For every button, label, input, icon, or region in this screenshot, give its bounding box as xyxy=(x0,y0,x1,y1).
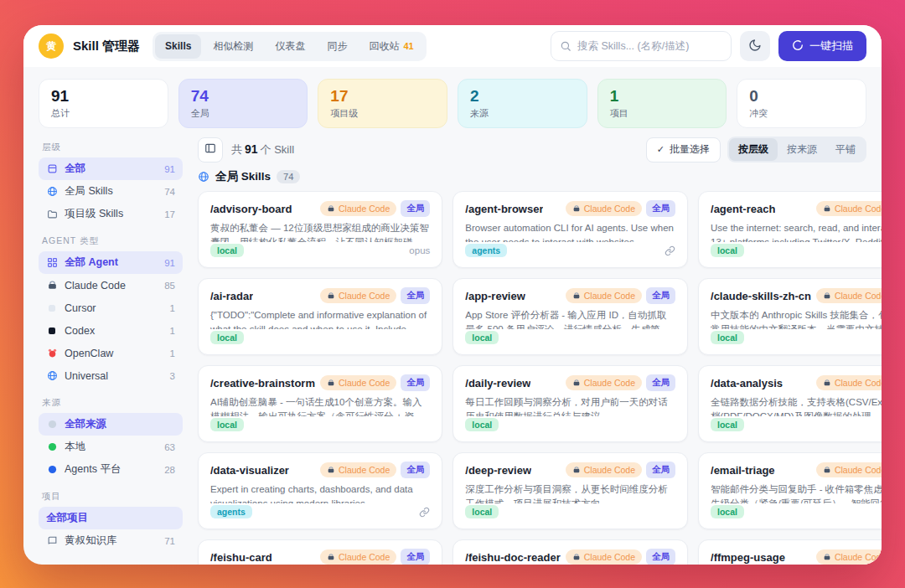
skill-card-description: 每日工作回顾与洞察分析，对用户前一天的对话历史和使用数据进行总结与建议 xyxy=(465,395,675,416)
batch-select-label: 批量选择 xyxy=(670,142,710,157)
search-box xyxy=(551,31,732,61)
skill-card-daily-review[interactable]: /daily-review Claude Code 全局 每日工作回顾与洞察分析… xyxy=(452,365,688,442)
stat-card-项目[interactable]: 1 项目 xyxy=(597,79,727,128)
skill-card-description: AI辅助创意脑暴 - 一句话生成10个创意方案。输入模糊想法，输出可执行方案（含… xyxy=(210,395,430,416)
skill-card-deep-review[interactable]: /deep-review Claude Code 全局 深度工作分析与项目洞察，… xyxy=(452,452,688,529)
skill-card-claude-skills-zh-cn[interactable]: /claude-skills-zh-cn Claude Code 全局 中文版本… xyxy=(698,278,882,355)
green-dot-icon xyxy=(48,442,57,451)
skill-card-description: {"TODO":"Complete and informative explan… xyxy=(210,308,430,329)
stat-label: 总计 xyxy=(51,107,156,120)
sidebar-item-count: 71 xyxy=(164,536,175,546)
check-icon: ✓ xyxy=(657,144,665,155)
skill-card-header: /advisory-board Claude Code 全局 xyxy=(210,200,430,217)
scan-button[interactable]: 一键扫描 xyxy=(778,31,866,61)
batch-select-button[interactable]: ✓ 批量选择 xyxy=(646,137,721,162)
nav-tab-回收站[interactable]: 回收站 41 xyxy=(359,34,423,59)
scope-badge: 全局 xyxy=(401,462,430,478)
section-header: 全局 Skills 74 xyxy=(198,169,866,184)
skill-card-footer: agents xyxy=(210,503,430,520)
sidebar-item-universal[interactable]: Universal 3 xyxy=(39,364,183,387)
claude-code-icon xyxy=(823,553,831,561)
stat-value: 1 xyxy=(610,87,715,106)
skill-card-creative-brainstorm[interactable]: /creative-brainstorm Claude Code 全局 AI辅助… xyxy=(198,365,442,442)
view-mode-按来源[interactable]: 按来源 xyxy=(778,138,826,161)
skill-card-description: 全链路数据分析技能，支持表格(CSV/Excel)、文档(PDF/DOCX/MD… xyxy=(711,395,882,416)
skill-card-data-analysis[interactable]: /data-analysis Claude Code 全局 全链路数据分析技能，… xyxy=(698,365,882,442)
skill-card-agent-reach[interactable]: /agent-reach Claude Code 全局 Use the inte… xyxy=(698,191,882,268)
sidebar-toggle-button[interactable] xyxy=(198,137,223,162)
theme-toggle-button[interactable] xyxy=(740,31,770,61)
skills-grid: /advisory-board Claude Code 全局 黄叔的私董会 — … xyxy=(198,191,866,565)
book-icon xyxy=(47,535,58,546)
skill-card-feishu-card[interactable]: /feishu-card Claude Code 全局 xyxy=(198,539,442,565)
skill-card-header: /daily-review Claude Code 全局 xyxy=(465,374,675,391)
skill-card-footer: local xyxy=(711,329,882,346)
section-title: 全局 Skills xyxy=(215,169,271,184)
sidebar-item-全部项目[interactable]: 全部项目 xyxy=(39,507,183,529)
source-tag: local xyxy=(711,505,744,518)
skill-card-advisory-board[interactable]: /advisory-board Claude Code 全局 黄叔的私董会 — … xyxy=(198,191,442,268)
sidebar-item-全部-agent[interactable]: 全部 Agent 91 xyxy=(39,251,183,274)
sidebar-item-label: 本地 xyxy=(65,440,85,454)
sidebar-item-全部来源[interactable]: 全部来源 xyxy=(39,413,183,436)
skill-card-email-triage[interactable]: /email-triage Claude Code 全局 智能邮件分类与回复助手… xyxy=(698,452,882,529)
skill-card-app-review[interactable]: /app-review Claude Code 全局 App Store 评价分… xyxy=(452,278,688,355)
agent-badge: Claude Code xyxy=(566,549,642,565)
source-tag: local xyxy=(465,505,499,518)
skill-card-title: /agent-reach xyxy=(711,203,775,215)
sidebar-item-全局-skills[interactable]: 全局 Skills 74 xyxy=(39,180,183,203)
sidebar-item-全部[interactable]: 全部 91 xyxy=(39,157,183,180)
skill-card-ai-radar[interactable]: /ai-radar Claude Code 全局 {"TODO":"Comple… xyxy=(198,278,442,355)
sidebar-section-items: 全部 91 全局 Skills 74 项目级 Skills 17 xyxy=(39,157,183,225)
sidebar-item-黄叔知识库[interactable]: 黄叔知识库 71 xyxy=(39,529,183,552)
scan-icon xyxy=(792,39,804,54)
claude-code-icon xyxy=(823,291,831,300)
nav-tab-skills[interactable]: Skills xyxy=(155,34,201,59)
stat-card-项目级[interactable]: 17 项目级 xyxy=(318,79,447,128)
skill-card-agent-browser[interactable]: /agent-browser Claude Code 全局 Browser au… xyxy=(452,191,688,268)
sidebar-item-agents-平台[interactable]: Agents 平台 28 xyxy=(39,458,183,481)
scope-badge: 全局 xyxy=(646,462,675,478)
view-mode-平铺[interactable]: 平铺 xyxy=(826,138,865,161)
sidebar-item-项目级-skills[interactable]: 项目级 Skills 17 xyxy=(39,203,183,225)
skill-card-ffmpeg-usage[interactable]: /ffmpeg-usage Claude Code 全局 xyxy=(698,539,882,565)
skill-card-title: /email-triage xyxy=(711,464,775,477)
agent-badge: Claude Code xyxy=(566,375,642,390)
skill-card-description: Browser automation CLI for AI agents. Us… xyxy=(465,221,675,242)
agent-badge: Claude Code xyxy=(320,288,396,303)
search-input[interactable] xyxy=(577,40,722,52)
gray-dot-icon xyxy=(48,420,57,429)
nav-tab-相似检测[interactable]: 相似检测 xyxy=(203,34,263,59)
skill-card-title: /daily-review xyxy=(465,377,530,389)
toolbar-right: ✓ 批量选择 按层级 按来源 平铺 xyxy=(646,137,866,162)
view-mode-按层级[interactable]: 按层级 xyxy=(729,138,778,161)
agent-badge-label: Claude Code xyxy=(835,552,882,562)
stat-card-全局[interactable]: 74 全局 xyxy=(178,79,308,128)
nav-tab-同步[interactable]: 同步 xyxy=(317,34,357,59)
sidebar-item-claude-code[interactable]: Claude Code 85 xyxy=(39,274,183,297)
sidebar-item-本地[interactable]: 本地 63 xyxy=(39,436,183,458)
sidebar-item-cursor[interactable]: Cursor 1 xyxy=(39,297,183,319)
stat-card-来源[interactable]: 2 来源 xyxy=(458,79,587,128)
agent-badge-label: Claude Code xyxy=(835,291,882,301)
agent-badge: Claude Code xyxy=(816,462,882,477)
sidebar-item-codex[interactable]: Codex 1 xyxy=(39,319,183,342)
stat-card-冲突[interactable]: 0 冲突 xyxy=(737,79,866,128)
skill-card-title: /advisory-board xyxy=(210,203,292,215)
source-tag: agents xyxy=(465,244,507,257)
sidebar-item-label: Codex xyxy=(65,325,95,337)
sidebar-item-openclaw[interactable]: OpenClaw 1 xyxy=(39,342,183,364)
skill-card-badges: Claude Code 全局 xyxy=(816,462,882,478)
sidebar-item-label: 全部 xyxy=(65,162,85,176)
skill-card-data-visualizer[interactable]: /data-visualizer Claude Code 全局 Expert i… xyxy=(198,452,442,529)
nav-tab-仪表盘[interactable]: 仪表盘 xyxy=(265,34,315,59)
sidebar-item-count: 1 xyxy=(170,303,175,313)
skill-card-feishu-doc-reader[interactable]: /feishu-doc-reader Claude Code 全局 xyxy=(452,539,688,565)
stat-label: 全局 xyxy=(191,107,296,120)
stat-card-总计[interactable]: 91 总计 xyxy=(39,79,168,128)
openclaw-icon xyxy=(47,348,58,358)
claude-code-icon xyxy=(327,553,335,561)
agent-badge-label: Claude Code xyxy=(584,552,635,562)
skill-card-badges: Claude Code 全局 xyxy=(566,374,675,391)
card-meta xyxy=(419,507,430,518)
